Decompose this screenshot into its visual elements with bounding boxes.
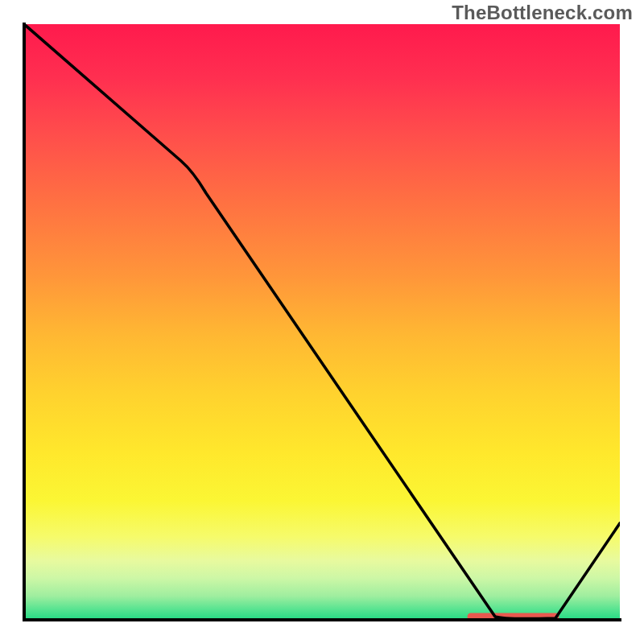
y-axis — [23, 23, 26, 621]
chart-svg — [24, 24, 620, 620]
chart-stage: TheBottleneck.com — [0, 0, 644, 644]
watermark-text: TheBottleneck.com — [452, 2, 633, 24]
x-axis — [23, 618, 621, 621]
bottleneck-curve — [24, 24, 620, 619]
plot-area — [24, 24, 620, 620]
